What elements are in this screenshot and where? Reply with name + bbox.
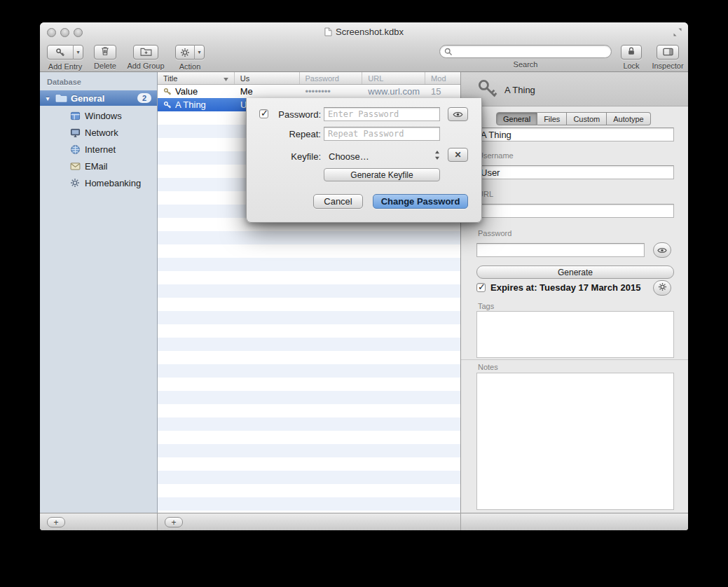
lock-button[interactable] (621, 45, 642, 60)
inspector-toggle-button[interactable] (657, 45, 679, 60)
section-divider (461, 359, 688, 360)
sheet-password-label: Password: (268, 109, 321, 120)
change-password-button[interactable]: Change Password (373, 194, 468, 209)
tags-label: Tags (478, 302, 494, 310)
lock-icon (627, 46, 636, 59)
generate-password-button[interactable]: Generate (476, 265, 674, 279)
divider (157, 513, 158, 530)
delete-group: Delete (92, 45, 118, 70)
homebanking-icon (68, 178, 82, 188)
search-group: Search (439, 45, 612, 69)
add-entry-group: ▾ Add Entry (46, 45, 85, 71)
delete-label: Delete (92, 62, 118, 70)
disclosure-triangle-icon[interactable]: ▾ (40, 95, 55, 102)
tab-custom[interactable]: Custom (567, 112, 607, 125)
add-group-button[interactable] (133, 45, 158, 60)
cancel-button[interactable]: Cancel (313, 194, 363, 209)
username-label: Username (478, 151, 514, 160)
key-icon (163, 101, 172, 109)
add-group-group: Add Group (124, 45, 167, 70)
password-field[interactable] (476, 243, 645, 257)
column-header-username[interactable]: Us (235, 72, 300, 84)
key-icon (48, 48, 73, 57)
column-header-url[interactable]: URL (362, 72, 425, 84)
expires-checkbox[interactable] (476, 283, 486, 292)
email-icon (68, 163, 82, 170)
sort-indicator-icon (224, 74, 228, 83)
inspector-tabs: General Files Custom Autotype (496, 112, 651, 125)
close-icon: ✕ (454, 150, 461, 160)
app-window: Screenshot.kdbx ▾ Add Entry (40, 22, 688, 530)
search-label: Search (439, 60, 612, 69)
clear-keyfile-button[interactable]: ✕ (448, 148, 468, 162)
sheet-repeat-label: Repeat: (268, 129, 321, 139)
tags-input[interactable] (476, 311, 674, 358)
inspector-group: Inspector (648, 45, 687, 70)
chevron-down-icon: ▾ (194, 45, 204, 60)
tab-files[interactable]: Files (537, 112, 567, 125)
url-field[interactable] (476, 204, 674, 218)
search-field[interactable] (439, 45, 612, 58)
add-entry-button[interactable]: ▾ (47, 45, 83, 60)
eye-icon (453, 109, 463, 120)
sidebar-group-general[interactable]: ▾ General 2 (40, 90, 157, 106)
fullscreen-icon[interactable] (673, 27, 682, 40)
add-entry-label: Add Entry (46, 62, 85, 71)
popup-stepper-icon[interactable] (434, 150, 440, 163)
sheet-password-input[interactable] (324, 107, 440, 121)
add-entry-footer-button[interactable]: + (165, 517, 183, 527)
sidebar-item-homebanking[interactable]: Homebanking (40, 174, 157, 191)
sidebar-item-windows[interactable]: Windows (40, 107, 157, 124)
password-label: Password (478, 229, 511, 237)
folder-icon (55, 94, 67, 102)
add-group-footer-button[interactable]: + (47, 517, 65, 527)
window-title: Screenshot.kdbx (40, 27, 688, 37)
entry-username: Me (240, 86, 253, 97)
inspector-entry-title: A Thing (504, 85, 535, 95)
screen-background: Screenshot.kdbx ▾ Add Entry (0, 0, 728, 587)
column-header-password[interactable]: Password (300, 72, 363, 84)
lock-group: Lock (619, 45, 644, 70)
expires-label: Expires at: Tuesday 17 March 2015 (490, 282, 640, 293)
gear-icon (176, 48, 194, 57)
internet-icon (68, 144, 82, 155)
search-input[interactable] (455, 47, 607, 57)
action-button[interactable]: ▾ (175, 45, 205, 60)
delete-button[interactable] (94, 45, 116, 60)
lock-label: Lock (619, 62, 644, 70)
sheet-repeat-input[interactable] (324, 127, 440, 141)
inspector-header: A Thing (461, 72, 688, 106)
show-password-button[interactable] (448, 107, 468, 121)
title-field[interactable] (476, 127, 674, 141)
sidebar-item-label: EMail (85, 161, 108, 172)
username-field[interactable] (476, 165, 674, 179)
sidebar-item-label: Internet (85, 144, 116, 155)
entry-title: A Thing (175, 99, 206, 110)
entry-url: www.url.com (368, 86, 420, 97)
entry-row-value[interactable]: Value Me •••••••• www.url.com 15 (158, 85, 460, 98)
inspector-panel-icon (663, 46, 673, 59)
generate-keyfile-button[interactable]: Generate Keyfile (324, 168, 440, 181)
entry-list-header: Title Us Password URL Mod (158, 72, 460, 85)
sidebar-item-internet[interactable]: Internet (40, 141, 157, 158)
sidebar-item-email[interactable]: EMail (40, 158, 157, 174)
inspector-label: Inspector (648, 62, 687, 70)
entry-password: •••••••• (305, 86, 331, 97)
tab-autotype[interactable]: Autotype (607, 112, 650, 125)
sidebar-item-network[interactable]: Network (40, 124, 157, 141)
trash-icon (100, 46, 110, 59)
notes-label: Notes (478, 363, 498, 371)
network-icon (68, 128, 82, 137)
notes-input[interactable] (476, 373, 674, 510)
tab-general[interactable]: General (496, 112, 537, 125)
bottom-bar: + + (40, 513, 688, 530)
show-password-button[interactable] (653, 242, 671, 258)
column-header-modified[interactable]: Mod (425, 72, 460, 84)
window-chrome: Screenshot.kdbx ▾ Add Entry (40, 22, 688, 72)
change-password-sheet: Password: Repeat: Keyfile: Choose… ✕ Gen… (246, 98, 482, 223)
keyfile-popup[interactable]: Choose… (329, 151, 369, 162)
chevron-down-icon: ▾ (73, 45, 83, 60)
expires-settings-button[interactable] (653, 280, 671, 296)
add-group-label: Add Group (124, 62, 167, 70)
column-header-title[interactable]: Title (158, 72, 235, 84)
